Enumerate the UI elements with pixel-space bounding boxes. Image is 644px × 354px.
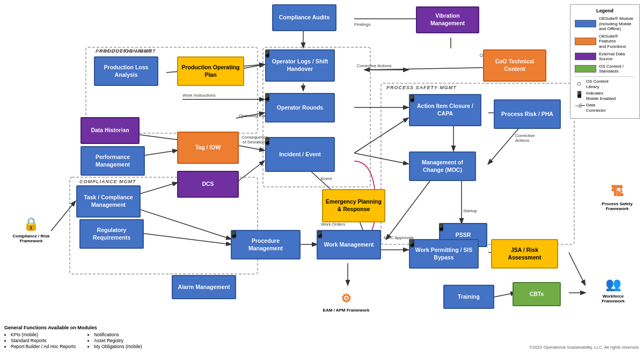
footer-obligations: My Obligations (mobile) [94, 344, 142, 349]
vibration-mgmt-box: Vibration Management [416, 6, 479, 33]
process-risk-box: Process Risk / PHA [494, 99, 561, 129]
svg-text:Startup: Startup [463, 208, 477, 213]
production-op-plan-label: Production Operating Plan [180, 64, 241, 78]
operator-logs-box: Operator Logs / Shift Handover [265, 49, 335, 82]
legend-item-module: OESuite® Module(Including Mobileand Offl… [575, 16, 635, 32]
footer-asset-registry: Asset Registry [94, 338, 142, 343]
os-content-icon: ○ [479, 51, 484, 59]
footer-copyright: ©2022 Operational Sustainability, LLC. A… [530, 345, 640, 350]
incident-event-label: Incident / Event [279, 151, 321, 158]
svg-text:Corrective Actions: Corrective Actions [357, 63, 391, 68]
legend-text-module: OESuite® Module(Including Mobileand Offl… [599, 16, 633, 32]
footer-right: ©2022 Operational Sustainability, LLC. A… [530, 345, 640, 350]
alarm-mgmt-label: Alarm Management [178, 284, 230, 291]
svg-text:Work Instructions: Work Instructions [182, 93, 216, 98]
legend-icon-library: ○ OS ContentLibrary [575, 79, 635, 89]
process-risk-label: Process Risk / PHA [501, 111, 553, 118]
compliance-audits-box: Compliance Audits [272, 4, 336, 31]
pssr-label: PSSR [456, 232, 471, 239]
compliance-risk-label: Compliance / Risk Framework [10, 234, 53, 243]
region-production-label2: PRODUCTION MGMT [99, 48, 156, 54]
incident-event-box: Incident / Event [265, 137, 335, 172]
operator-rounds-label: Operator Rounds [277, 104, 323, 112]
svg-text:Corrective: Corrective [515, 133, 535, 138]
svg-line-12 [236, 113, 264, 118]
performance-mgmt-box: Performance Management [80, 146, 145, 176]
work-mgmt-box: Work Management [317, 230, 381, 259]
svg-line-17 [236, 145, 264, 150]
region-process-safety-label: PROCESS SAFETY MGMT [386, 85, 457, 90]
task-compliance-box: Task / Compliance Management [76, 185, 141, 218]
os-library-icon: ○ [575, 79, 583, 88]
process-safety-label: Process SafetyFramework [602, 201, 632, 211]
eam-apm-framework: ⚙ EAM / APM Framework [322, 287, 370, 317]
svg-line-37 [569, 252, 585, 285]
svg-line-38 [51, 201, 75, 231]
work-mgmt-label: Work Management [324, 241, 374, 249]
dcs-box: DCS [177, 171, 239, 198]
mobile-icon-action-item: 📱 [408, 95, 416, 103]
legend-text-external: External DataSource [599, 52, 625, 62]
footer-standard-reports: Standard Reports [11, 338, 76, 343]
procedure-mgmt-box: Procedure Management [231, 230, 301, 259]
action-item-label: Action Item Closure / CAPA [412, 103, 478, 117]
tag-iow-label: Tag / IOW [195, 144, 221, 151]
moc-box: Management of Change (MOC) [409, 151, 476, 181]
svg-text:Work Orders: Work Orders [321, 222, 345, 227]
svg-line-32 [488, 126, 521, 164]
legend-swatch-blue [575, 20, 596, 27]
performance-mgmt-label: Performance Management [84, 154, 142, 168]
production-op-plan-box: Production Operating Plan [177, 56, 244, 86]
legend-icon-mobile: 📱 IndicatesMobile Enabled [575, 91, 635, 101]
svg-line-28 [386, 175, 435, 239]
process-safety-framework: 🏗 Process SafetyFramework [596, 177, 639, 218]
eam-apm-label: EAM / APM Framework [323, 308, 370, 313]
legend-swatch-green [575, 65, 596, 73]
operator-rounds-box: Operator Rounds [265, 93, 335, 122]
diagram-container: Corrective Actions Findings Work Instruc… [0, 0, 644, 354]
mobile-icon-operator-rounds: 📱 [263, 93, 272, 102]
procedure-mgmt-label: Procedure Management [234, 237, 297, 252]
legend-swatch-purple [575, 53, 596, 60]
legend-text-content: OS Content /Standards [599, 64, 624, 74]
mobile-icon-pssr: 📱 [437, 223, 445, 232]
footer-title: General Functions Available on Modules [4, 325, 153, 330]
footer-notifications: Notifications [94, 332, 142, 337]
work-permitting-box: Work Permitting / SIS Bypass [409, 239, 479, 269]
legend-item-external: External DataSource [575, 52, 635, 62]
region-compliance-label: COMPLIANCE MGMT [79, 179, 136, 184]
training-label: Training [458, 293, 480, 301]
footer-report-builder: Report Builder / Ad Hoc Reports [11, 344, 76, 349]
svg-text:Actions: Actions [515, 138, 529, 143]
svg-line-18 [354, 118, 408, 153]
operator-logs-label: Operator Logs / Shift Handover [268, 58, 332, 73]
footer-left: General Functions Available on Modules K… [4, 325, 153, 350]
svg-text:Findings: Findings [354, 22, 370, 27]
regulatory-req-box: Regulatory Requirements [79, 219, 144, 249]
legend-text-library: OS ContentLibrary [586, 79, 609, 89]
emergency-label: Emergency Planning & Response [325, 198, 382, 213]
legend-text-mobile: IndicatesMobile Enabled [586, 91, 616, 101]
training-box: Training [443, 285, 494, 309]
mobile-icon-incident: 📱 [263, 138, 272, 146]
work-permitting-label: Work Permitting / SIS Bypass [412, 247, 475, 261]
legend-panel: Legend OESuite® Module(Including Mobilea… [570, 4, 640, 119]
legend-text-features: OESuite® Featuresand Functions [599, 34, 635, 49]
tag-iow-box: Tag / IOW [177, 132, 239, 164]
footer-kpis: KPIs (mobile) [11, 332, 76, 337]
mobile-icon-work-permitting: 📱 [408, 240, 416, 248]
legend-item-content: OS Content /Standards [575, 64, 635, 74]
mobile-enabled-icon: 📱 [575, 91, 583, 98]
legend-title: Legend [575, 8, 635, 13]
mobile-icon-operator-logs: 📱 [263, 50, 272, 58]
regulatory-req-label: Regulatory Requirements [83, 227, 141, 241]
data-historian-box: Data Historian [80, 117, 140, 144]
coo-technical-label: CoO Technical Content [486, 58, 543, 73]
coo-technical-box: CoO Technical Content [483, 49, 546, 82]
moc-label: Management of Change (MOC) [412, 159, 473, 174]
task-compliance-label: Task / Compliance Management [79, 194, 137, 208]
legend-swatch-orange [575, 38, 596, 45]
cbts-box: CBTs [513, 282, 561, 306]
jsa-risk-label: JSA / Risk Assessment [494, 247, 555, 261]
mobile-icon-procedure: 📱 [230, 230, 238, 239]
